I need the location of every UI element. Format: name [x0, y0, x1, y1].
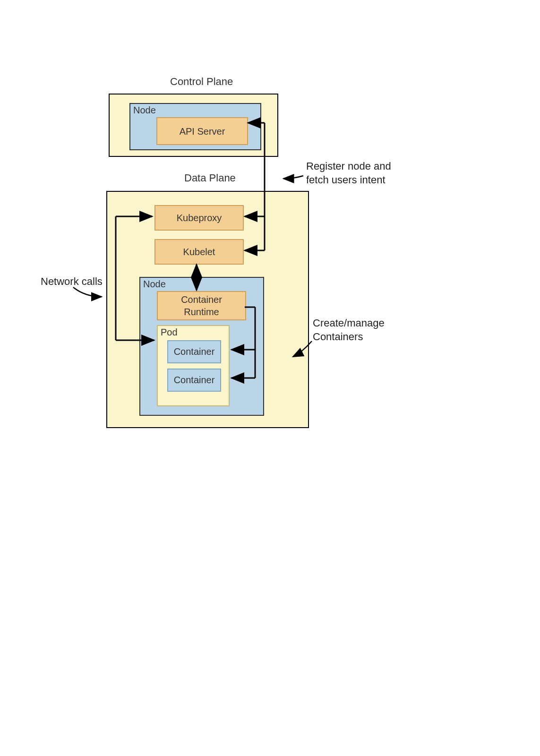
kubelet-box: Kubelet — [154, 239, 244, 265]
data-plane-title: Data Plane — [184, 172, 236, 184]
pod-label: Pod — [161, 327, 178, 338]
register-annotation: Register node and fetch users intent — [306, 160, 391, 187]
control-plane-node-label: Node — [133, 105, 156, 116]
container1-box: Container — [167, 340, 221, 363]
data-plane-node: Node Container Runtime Pod Container Con… — [139, 277, 264, 416]
network-calls-annotation: Network calls — [41, 275, 103, 289]
pod-box: Pod Container Container — [157, 325, 230, 406]
data-plane-box: Kubeproxy Kubelet Node Container Runtime… — [106, 191, 309, 428]
control-plane-title: Control Plane — [170, 76, 233, 88]
container-runtime-box: Container Runtime — [157, 291, 246, 320]
api-server-box: API Server — [156, 117, 248, 145]
create-manage-annotation: Create/manage Containers — [313, 317, 385, 344]
control-plane-box: Node API Server — [109, 94, 278, 157]
data-plane-node-label: Node — [143, 279, 166, 290]
control-plane-node: Node API Server — [129, 103, 261, 150]
container2-box: Container — [167, 369, 221, 392]
kubeproxy-box: Kubeproxy — [154, 205, 244, 231]
